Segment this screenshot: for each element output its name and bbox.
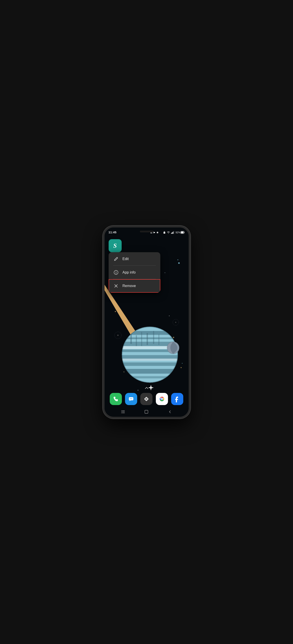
svg-point-10 [115, 311, 116, 312]
svg-rect-1 [171, 233, 172, 234]
edit-label: Edit [122, 257, 129, 261]
svg-rect-40 [153, 331, 154, 344]
svg-point-8 [178, 259, 178, 260]
edit-icon [113, 256, 119, 262]
svg-rect-31 [122, 362, 178, 366]
dock-box-icon[interactable] [140, 393, 152, 405]
svg-rect-2 [172, 232, 173, 234]
app-icon-surfshark[interactable]: S [108, 239, 122, 252]
status-time: 11:45 [108, 231, 117, 234]
svg-point-46 [124, 371, 124, 372]
remove-label: Remove [122, 284, 136, 288]
menu-item-edit[interactable]: Edit [108, 252, 160, 266]
status-icons: 🖼 ▶ ◉ 92% [150, 231, 184, 234]
play-icon: ▶ [154, 231, 156, 234]
dock-area [104, 386, 189, 405]
svg-rect-32 [122, 369, 178, 374]
svg-point-62 [161, 398, 162, 400]
dock-messages-icon[interactable] [125, 393, 137, 405]
lock-icon [163, 231, 166, 234]
svg-rect-41 [158, 334, 159, 345]
phone-speaker [140, 231, 153, 232]
svg-rect-37 [136, 335, 137, 346]
svg-point-54 [132, 398, 132, 399]
dock [104, 393, 189, 405]
wifi-icon [167, 231, 170, 234]
svg-rect-6 [181, 232, 184, 233]
dock-phone-icon[interactable] [110, 393, 122, 405]
svg-point-50 [116, 271, 116, 272]
svg-rect-38 [141, 332, 142, 346]
nav-recents-button[interactable] [119, 409, 127, 414]
battery-icon: 92% [176, 231, 184, 234]
svg-rect-0 [164, 232, 165, 234]
svg-point-48 [180, 367, 182, 368]
svg-rect-27 [122, 338, 178, 339]
nav-bar [104, 409, 189, 414]
camera-icon: ◉ [156, 231, 158, 234]
svg-rect-4 [174, 231, 174, 234]
svg-point-9 [164, 272, 165, 273]
menu-item-remove[interactable]: Remove [108, 279, 160, 293]
dock-chrome-icon[interactable] [156, 393, 168, 405]
svg-point-13 [182, 363, 182, 364]
svg-point-17 [117, 334, 118, 336]
svg-point-53 [131, 398, 132, 399]
svg-point-15 [178, 262, 180, 264]
svg-rect-39 [146, 333, 148, 345]
svg-point-11 [173, 337, 174, 338]
svg-point-19 [175, 322, 176, 323]
svg-point-52 [130, 398, 131, 399]
svg-rect-35 [122, 358, 178, 361]
dock-facebook-icon[interactable] [171, 393, 183, 405]
dock-arrow [144, 386, 149, 390]
nav-back-button[interactable] [166, 409, 174, 414]
info-icon [113, 270, 119, 275]
svg-point-14 [169, 315, 170, 316]
phone-frame: 11:45 🖼 ▶ ◉ 92% [103, 226, 190, 418]
surfshark-logo-text: S [113, 242, 117, 249]
app-info-label: App info [122, 270, 136, 274]
nav-home-button[interactable] [142, 409, 150, 414]
close-icon [113, 283, 119, 289]
svg-rect-63 [145, 410, 148, 413]
signal-icon [171, 231, 174, 234]
svg-rect-3 [173, 232, 173, 234]
menu-item-app-info[interactable]: App info [108, 266, 160, 279]
context-menu: Edit App info Remove [108, 252, 160, 293]
